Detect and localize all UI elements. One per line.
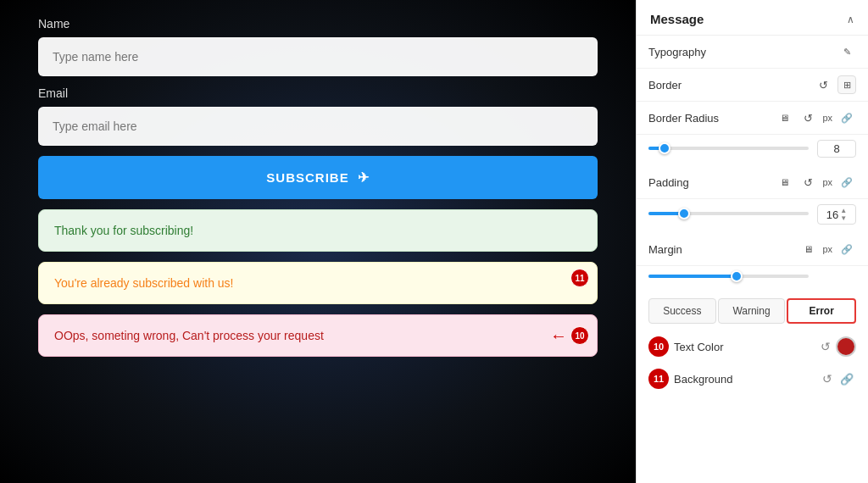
message-tabs: Success Warning Error	[637, 291, 868, 330]
left-panel: Name Email SUBSCRIBE ✈ Thank you for sub…	[0, 0, 636, 483]
padding-stepper[interactable]: ▲ ▼	[840, 207, 847, 222]
badge-11: 11	[570, 269, 589, 287]
success-message: Thank you for subscribing!	[38, 209, 598, 252]
tab-error[interactable]: Error	[787, 298, 856, 324]
border-radius-label: Border Radius	[648, 112, 770, 125]
border-expand-icon[interactable]: ⊞	[837, 75, 856, 94]
padding-label: Padding	[648, 176, 770, 189]
background-options-icon[interactable]: 🔗	[837, 369, 856, 388]
background-label: Background	[674, 373, 817, 386]
badge-10: 10	[570, 326, 589, 345]
right-panel: Message ∧ Typography ✎ Border ↺ ⊞ Border…	[636, 0, 868, 483]
panel-title: Message	[650, 12, 704, 26]
padding-value: 16 ▲ ▼	[817, 204, 856, 225]
tab-success[interactable]: Success	[648, 298, 716, 324]
padding-slider-row: 16 ▲ ▼	[637, 199, 868, 233]
margin-slider[interactable]	[648, 271, 809, 283]
email-field-group: Email	[38, 86, 598, 146]
tab-warning[interactable]: Warning	[718, 298, 786, 324]
badge-10-right: 10	[648, 336, 669, 357]
border-label: Border	[648, 79, 809, 92]
annotation-11: 11	[570, 269, 589, 287]
border-radius-slider[interactable]	[648, 143, 809, 155]
padding-slider[interactable]	[648, 208, 809, 220]
email-label: Email	[38, 86, 598, 100]
margin-row: Margin 🖥 px 🔗	[637, 233, 868, 266]
padding-reset-icon[interactable]: ↺	[798, 173, 817, 192]
name-input[interactable]	[38, 37, 598, 76]
padding-unit[interactable]: px	[822, 177, 832, 187]
typography-label: Typography	[648, 46, 832, 58]
settings-list: Typography ✎ Border ↺ ⊞ Border Radius 🖥 …	[637, 36, 868, 483]
border-radius-slider-row: 8	[637, 135, 868, 166]
collapse-icon[interactable]: ∧	[847, 14, 854, 25]
margin-unit[interactable]: px	[822, 244, 832, 254]
error-message: OOps, someting wrong, Can't process your…	[38, 314, 598, 357]
typography-row: Typography ✎	[637, 36, 868, 69]
border-reset-icon[interactable]: ↺	[814, 75, 832, 94]
email-input[interactable]	[38, 107, 598, 146]
border-radius-device-icon[interactable]: 🖥	[775, 108, 793, 127]
background-reset-icon[interactable]: ↺	[822, 372, 832, 386]
success-message-wrapper: Thank you for subscribing!	[38, 209, 598, 252]
text-color-label: Text Color	[674, 341, 815, 353]
margin-device-icon[interactable]: 🖥	[798, 240, 817, 258]
send-icon: ✈	[358, 169, 370, 186]
text-color-reset-icon[interactable]: ↺	[821, 340, 831, 353]
padding-link-icon[interactable]: 🔗	[837, 173, 856, 192]
text-color-row: 10 Text Color ↺	[637, 330, 868, 363]
text-color-swatch[interactable]	[836, 336, 856, 357]
name-field-group: Name	[38, 17, 598, 76]
subscribe-button[interactable]: SUBSCRIBE ✈	[38, 156, 598, 199]
warning-message-wrapper: You're already subscribed with us! 11	[38, 262, 598, 304]
border-radius-unit[interactable]: px	[822, 113, 832, 123]
form-container: Name Email SUBSCRIBE ✈ Thank you for sub…	[38, 17, 598, 357]
name-label: Name	[38, 17, 598, 31]
margin-link-icon[interactable]: 🔗	[837, 240, 856, 258]
typography-edit-icon[interactable]: ✎	[837, 42, 856, 61]
margin-slider-row	[637, 266, 868, 291]
border-radius-reset-icon[interactable]: ↺	[798, 108, 817, 127]
border-radius-link-icon[interactable]: 🔗	[837, 108, 856, 127]
border-row: Border ↺ ⊞	[637, 69, 868, 102]
subscribe-label: SUBSCRIBE	[266, 170, 348, 185]
border-radius-row: Border Radius 🖥 ↺ px 🔗	[637, 102, 868, 135]
error-message-wrapper: OOps, someting wrong, Can't process your…	[38, 314, 598, 357]
background-row: 11 Background ↺ 🔗	[637, 363, 868, 395]
warning-message: You're already subscribed with us!	[38, 262, 598, 304]
right-header: Message ∧	[637, 0, 868, 36]
annotation-10: ← 10	[550, 326, 589, 345]
border-radius-value: 8	[817, 140, 856, 158]
padding-row: Padding 🖥 ↺ px 🔗	[637, 166, 868, 199]
badge-11-right: 11	[648, 369, 669, 389]
padding-device-icon[interactable]: 🖥	[775, 173, 793, 192]
left-arrow-icon: ←	[550, 327, 567, 344]
margin-label: Margin	[648, 243, 793, 256]
